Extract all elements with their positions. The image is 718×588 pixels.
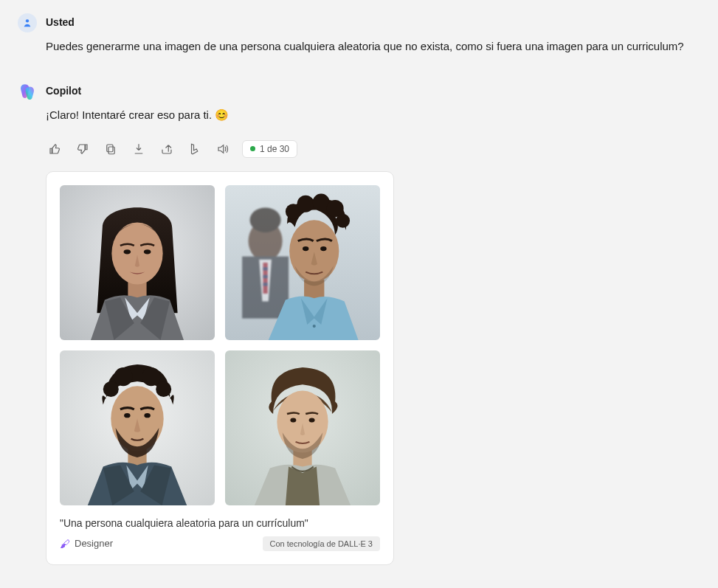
thumbs-down-button[interactable]	[74, 140, 92, 158]
svg-point-29	[114, 367, 133, 386]
svg-point-21	[336, 214, 350, 228]
user-message-block: Usted Puedes generarme una imagen de una…	[0, 13, 718, 55]
svg-point-24	[320, 246, 326, 251]
generated-image-card: "Una persona cualquiera aleatoria para u…	[46, 171, 394, 565]
share-icon	[160, 142, 173, 156]
status-dot-icon	[250, 146, 255, 151]
copy-button[interactable]	[102, 140, 120, 158]
response-counter-badge: 1 de 30	[242, 140, 297, 158]
brush-icon: 🖌	[60, 538, 70, 550]
user-name-label: Usted	[46, 16, 700, 28]
svg-point-6	[124, 249, 131, 254]
download-button[interactable]	[130, 140, 148, 158]
assistant-message-prefix: ¡Claro! Intentaré crear eso para ti.	[46, 108, 215, 121]
svg-rect-14	[263, 275, 267, 278]
copilot-logo-icon	[18, 82, 37, 101]
svg-point-34	[144, 413, 150, 418]
assistant-name-label: Copilot	[46, 85, 700, 97]
generated-image-3[interactable]	[60, 350, 215, 505]
generated-image-2[interactable]	[225, 185, 380, 340]
message-actions-row: 1 de 30	[46, 140, 700, 158]
svg-point-39	[309, 418, 315, 422]
technology-badge: Con tecnología de DALL·E 3	[263, 536, 380, 551]
svg-rect-15	[263, 283, 267, 286]
thumbs-up-icon	[48, 142, 61, 156]
svg-point-10	[250, 207, 281, 232]
generated-image-1[interactable]	[60, 185, 215, 340]
svg-point-27	[103, 381, 119, 397]
thumbs-up-button[interactable]	[46, 140, 63, 158]
image-grid	[60, 185, 380, 505]
counter-text: 1 de 30	[260, 144, 289, 154]
designer-tag[interactable]: 🖌 Designer	[60, 538, 113, 550]
svg-point-22	[289, 220, 339, 282]
svg-point-7	[144, 249, 151, 254]
svg-point-28	[156, 381, 171, 397]
assistant-message-text: ¡Claro! Intentaré crear eso para ti. 😊	[46, 107, 700, 124]
svg-point-23	[303, 246, 308, 251]
user-message-text: Puedes generarme una imagen de una perso…	[46, 38, 700, 55]
image-card-footer: 🖌 Designer Con tecnología de DALL·E 3	[60, 536, 380, 551]
bing-icon	[188, 142, 201, 156]
svg-rect-13	[263, 267, 267, 270]
svg-rect-1	[108, 147, 114, 154]
svg-point-30	[142, 367, 160, 386]
designer-label: Designer	[75, 538, 113, 549]
read-aloud-button[interactable]	[214, 140, 232, 158]
image-card-caption: "Una persona cualquiera aleatoria para u…	[60, 517, 380, 529]
user-avatar	[18, 13, 37, 32]
person-icon	[21, 17, 33, 29]
svg-point-0	[26, 19, 29, 22]
smile-emoji-icon: 😊	[215, 107, 229, 124]
assistant-message-block: Copilot ¡Claro! Intentaré crear eso para…	[0, 82, 718, 565]
svg-point-5	[111, 222, 162, 284]
download-icon	[132, 142, 145, 156]
svg-point-38	[290, 418, 296, 422]
share-button[interactable]	[158, 140, 176, 158]
svg-rect-2	[107, 145, 113, 152]
svg-point-18	[297, 195, 314, 212]
svg-point-25	[313, 325, 316, 328]
bing-button[interactable]	[186, 140, 204, 158]
thumbs-down-icon	[76, 142, 89, 156]
generated-image-4[interactable]	[225, 350, 380, 505]
copilot-avatar	[18, 82, 37, 101]
svg-point-33	[124, 413, 130, 418]
copy-icon	[104, 142, 117, 156]
speaker-icon	[216, 142, 229, 156]
